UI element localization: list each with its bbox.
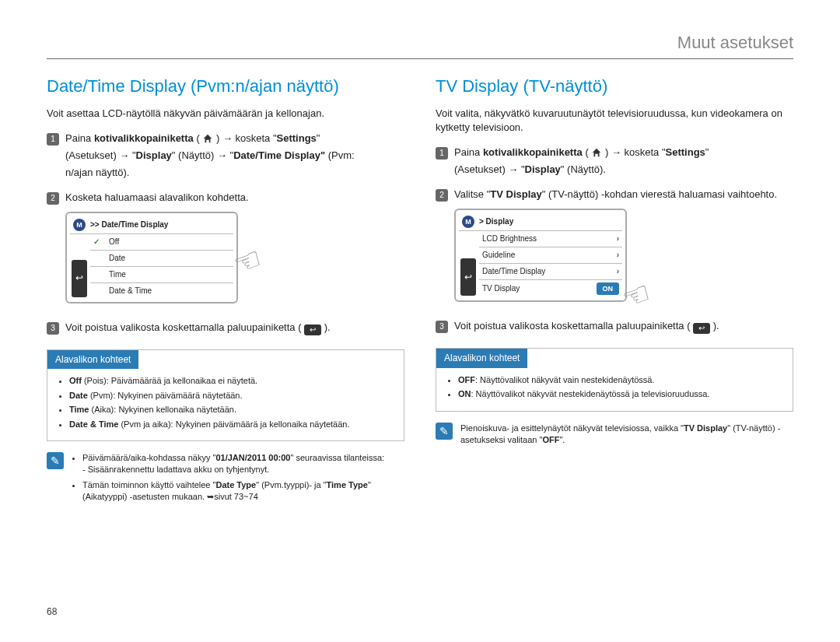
t: (Pois): Päivämäärää ja kellonaikaa ei nä… <box>82 376 257 385</box>
menu-item-date[interactable]: Date <box>90 251 233 267</box>
t: Kosketa haluamaasi alavalikon kohdetta. <box>65 191 404 205</box>
chevron-right-icon: › <box>617 250 619 261</box>
t: Display <box>525 163 561 175</box>
device-screen-2: M > Display ↩ LCD Brightness› Guideline› <box>454 209 627 303</box>
t: " (TV-näyttö) -kohdan vierestä haluamasi… <box>542 188 777 200</box>
label: LCD Brightness <box>482 233 537 244</box>
submenu-item: Off (Pois): Päivämäärää ja kellonaikaa e… <box>69 375 393 387</box>
note-icon <box>436 423 453 440</box>
home-icon <box>591 147 602 158</box>
t: : Näyttövalikot näkyvät nestekidenäytöss… <box>471 389 710 398</box>
t: " <box>705 146 709 158</box>
label: TV Display <box>482 283 520 294</box>
submenu-item: Date & Time (Pvm ja aika): Nykyinen päiv… <box>69 419 393 430</box>
step-num-1: 1 <box>436 147 448 160</box>
t: " (Pvm.tyyppi)- ja " <box>256 480 326 489</box>
note-item: Tämän toiminnon käyttö vaihtelee "Date T… <box>82 479 404 503</box>
right-submenu-box: Alavalikon kohteet OFF: Näyttövalikot nä… <box>436 348 793 412</box>
t: Paina <box>65 132 94 144</box>
label: Guideline <box>482 250 515 261</box>
menu-item-guideline[interactable]: Guideline› <box>479 247 622 264</box>
t: ) → kosketa " <box>213 132 276 144</box>
t: Settings <box>277 132 317 144</box>
step2-body: Kosketa haluamaasi alavalikon kohdetta. … <box>65 191 404 312</box>
label: Off <box>109 237 119 247</box>
section-header: Muut asetukset <box>47 31 793 59</box>
back-button[interactable]: ↩ <box>460 258 476 296</box>
step-num-2: 2 <box>47 192 59 205</box>
t: ON <box>458 389 471 398</box>
submenu-title: Alavalikon kohteet <box>436 349 527 368</box>
t: Date Type <box>215 480 256 489</box>
t: " <box>317 132 320 144</box>
step-num-1: 1 <box>47 133 59 146</box>
step-num-3: 3 <box>436 321 448 333</box>
t: (Pvm): Nykyinen päivämäärä näytetään. <box>88 391 243 400</box>
t: Valitse " <box>454 188 490 200</box>
right-note: Pienoiskuva- ja esittelynäytöt näkyvät t… <box>436 423 793 447</box>
left-note: Päivämäärä/aika-kohdassa näkyy "01/JAN/2… <box>47 452 404 507</box>
t: Settings <box>666 146 705 158</box>
menu-item-tv-display[interactable]: TV DisplayON <box>479 280 622 298</box>
breadcrumb-text: > Display <box>479 216 513 227</box>
t: Date/Time Display" <box>233 149 325 161</box>
t: Time <box>69 405 89 414</box>
t: Paina <box>454 146 483 158</box>
mode-badge-icon: M <box>73 219 86 231</box>
t: - Sisäänrakennettu ladattava akku on tyh… <box>82 464 404 475</box>
step1-body: Paina kotivalikkopainiketta ( ) → kosket… <box>65 132 404 184</box>
t: Date <box>69 391 88 400</box>
label: Date <box>109 253 125 264</box>
submenu-item: Time (Aika): Nykyinen kellonaika näytetä… <box>69 404 393 416</box>
menu-item-time[interactable]: Time <box>90 267 233 283</box>
left-title: Date/Time Display (Pvm:n/ajan näyttö) <box>47 75 404 99</box>
return-icon <box>304 325 321 335</box>
chevron-right-icon: › <box>617 266 619 277</box>
t: (Pvm ja aika): Nykyinen päivämäärä ja ke… <box>118 419 349 429</box>
t: kotivalikkopainiketta <box>483 146 583 158</box>
left-column: Date/Time Display (Pvm:n/ajan näyttö) Vo… <box>47 75 404 507</box>
left-step1: 1 Paina kotivalikkopainiketta ( ) → kosk… <box>47 132 404 184</box>
t: Tämän toiminnon käyttö vaihtelee " <box>82 480 215 489</box>
t: : Näyttövalikot näkyvät vain nestekidenä… <box>475 375 655 384</box>
right-column: TV Display (TV-näyttö) Voit valita, näky… <box>436 75 793 507</box>
t: (Asetukset) → " <box>65 149 136 161</box>
device-screen-1: M >> Date/Time Display ↩ ✓Off Date <box>65 212 238 303</box>
left-step2: 2 Kosketa haluamaasi alavalikon kohdetta… <box>47 191 404 312</box>
t: Display <box>136 149 172 161</box>
submenu-item: OFF: Näyttövalikot näkyvät vain nestekid… <box>458 374 782 386</box>
menu-item-datetime[interactable]: Date & Time <box>90 283 233 299</box>
label: Date & Time <box>109 286 152 296</box>
right-intro: Voit valita, näkyvätkö kuvaruutunäytöt t… <box>436 107 793 135</box>
menu-item-datetime-display[interactable]: Date/Time Display› <box>479 264 622 280</box>
label: Time <box>109 269 126 280</box>
t: Pienoiskuva- ja esittelynäytöt näkyvät t… <box>460 423 684 433</box>
t: (Aika): Nykyinen kellonaika näytetään. <box>89 405 236 414</box>
left-step3: 3 Voit poistua valikosta koskettamalla p… <box>47 321 404 339</box>
chevron-right-icon: › <box>617 233 619 244</box>
return-icon <box>693 323 710 334</box>
t: ". <box>559 435 565 444</box>
left-intro: Voit asettaa LCD-näytöllä näkyvän päiväm… <box>47 107 404 121</box>
t: ). <box>321 321 331 333</box>
menu-item-lcd-brightness[interactable]: LCD Brightness› <box>479 231 622 247</box>
step3-body: Voit poistua valikosta koskettamalla pal… <box>65 321 404 339</box>
t: Off <box>69 376 82 385</box>
back-button[interactable]: ↩ <box>72 260 87 297</box>
t: (Pvm: <box>325 149 355 161</box>
t: TV Display <box>490 188 541 200</box>
home-icon <box>202 133 213 144</box>
left-submenu-box: Alavalikon kohteet Off (Pois): Päivämäär… <box>47 349 404 441</box>
menu-item-off[interactable]: ✓Off <box>90 234 233 251</box>
t: " (Näyttö) → " <box>172 149 233 161</box>
on-toggle[interactable]: ON <box>597 282 620 296</box>
right-title: TV Display (TV-näyttö) <box>436 75 793 99</box>
label: Date/Time Display <box>482 266 545 277</box>
two-column-layout: Date/Time Display (Pvm:n/ajan näyttö) Vo… <box>47 75 793 507</box>
submenu-title: Alavalikon kohteet <box>47 350 138 370</box>
t: ( <box>194 132 203 144</box>
t: TV Display <box>684 423 727 433</box>
t: (Asetukset) → " <box>454 163 525 175</box>
step-num-2: 2 <box>436 189 448 202</box>
t: OFF <box>542 435 559 444</box>
